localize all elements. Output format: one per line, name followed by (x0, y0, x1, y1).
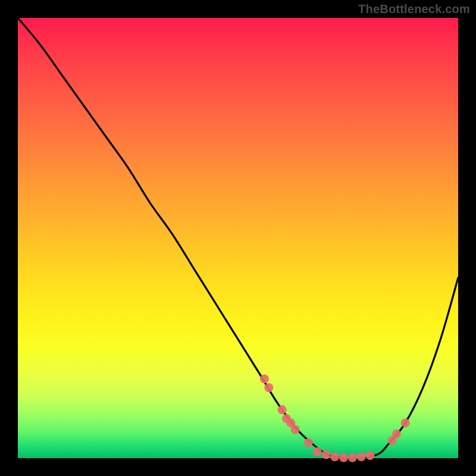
marker-dot (304, 439, 313, 447)
marker-dot (260, 374, 269, 383)
marker-dot (330, 452, 339, 461)
marker-dot (264, 383, 273, 392)
plot-area (18, 18, 458, 458)
marker-dot (291, 425, 300, 434)
curve-markers (260, 374, 410, 462)
marker-dot (278, 405, 287, 414)
curve-svg (18, 18, 458, 458)
bottleneck-curve (18, 18, 458, 459)
marker-dot (366, 451, 375, 460)
chart-frame: TheBottleneck.com (0, 0, 476, 476)
watermark-text: TheBottleneck.com (358, 2, 470, 16)
marker-dot (401, 418, 410, 427)
marker-dot (348, 453, 357, 462)
marker-dot (339, 453, 348, 462)
marker-dot (357, 452, 366, 461)
marker-dot (313, 447, 322, 456)
marker-dot (322, 450, 331, 459)
marker-dot (392, 430, 401, 439)
